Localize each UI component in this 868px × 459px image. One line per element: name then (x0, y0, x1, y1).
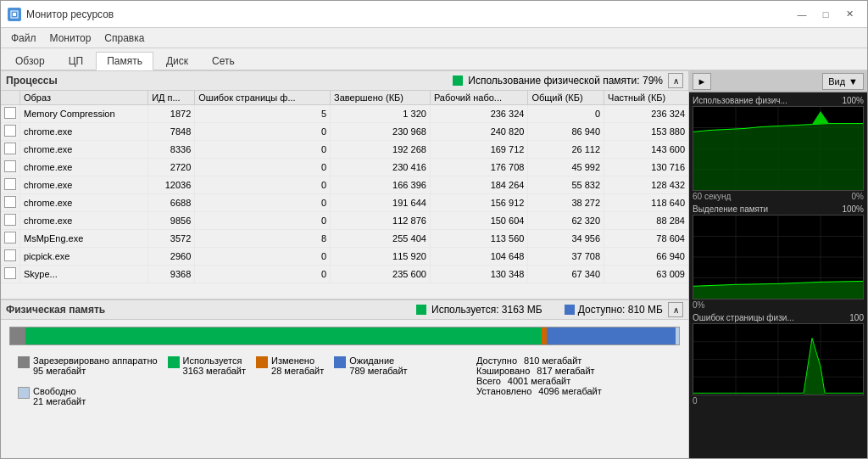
chart1-svg (693, 107, 863, 190)
view-dropdown[interactable]: Вид ▼ (822, 73, 864, 90)
row-faults: 0 (195, 212, 331, 230)
table-row[interactable]: chrome.exe 12036 0 166 396 184 264 55 83… (1, 176, 688, 194)
row-check[interactable] (1, 194, 20, 212)
table-row[interactable]: chrome.exe 7848 0 230 968 240 820 86 940… (1, 123, 688, 141)
row-pid: 9368 (148, 266, 195, 283)
table-row[interactable]: Skype... 9368 0 235 600 130 348 67 340 6… (1, 266, 688, 283)
chart3-title-row: Ошибок страницы физи... 100 (693, 313, 864, 322)
col-private[interactable]: Частный (КБ) (604, 91, 688, 105)
stats-total-value: 4001 мегабайт (508, 376, 570, 386)
row-check[interactable] (1, 105, 20, 123)
chart3-canvas (693, 323, 864, 395)
right-panel-header: ► Вид ▼ (689, 70, 867, 92)
col-commit[interactable]: Завершено (КБ) (331, 91, 431, 105)
menu-monitor[interactable]: Монитор (43, 31, 98, 46)
tab-network[interactable]: Сеть (201, 52, 246, 70)
tab-cpu[interactable]: ЦП (58, 52, 95, 70)
legend-area: Зарезервировано аппаратно 95 мегабайт Ис… (9, 352, 476, 410)
col-image[interactable]: Образ (20, 91, 148, 105)
row-shared: 62 320 (528, 212, 604, 230)
col-faults[interactable]: Ошибок страницы ф... (195, 91, 331, 105)
tab-memory[interactable]: Память (96, 52, 153, 70)
row-commit: 255 404 (331, 230, 431, 248)
bar-standby (547, 327, 676, 344)
row-commit: 1 320 (331, 105, 431, 123)
maximize-button[interactable]: □ (815, 6, 837, 23)
row-commit: 235 600 (331, 266, 431, 283)
physical-collapse-btn[interactable]: ∧ (668, 302, 683, 317)
row-private: 78 604 (604, 230, 688, 248)
row-check[interactable] (1, 159, 20, 176)
table-row[interactable]: chrome.exe 9856 0 112 876 150 604 62 320… (1, 212, 688, 230)
process-table-container[interactable]: Образ ИД п... Ошибок страницы ф... Завер… (1, 91, 688, 299)
chart2-min: 0% (693, 300, 704, 310)
physical-section: Физическая память Используется: 3163 МБ … (1, 299, 688, 458)
col-working[interactable]: Рабочий набо... (430, 91, 528, 105)
legend-sub-used: 3163 мегабайт (183, 366, 246, 376)
row-working: 176 708 (430, 159, 528, 176)
table-row[interactable]: chrome.exe 8336 0 192 268 169 712 26 112… (1, 141, 688, 159)
close-button[interactable]: ✕ (838, 6, 860, 23)
legend-label-reserved: Зарезервировано аппаратно (33, 355, 158, 366)
row-private: 118 640 (604, 194, 688, 212)
row-check[interactable] (1, 248, 20, 266)
row-private: 63 009 (604, 266, 688, 283)
row-shared: 0 (528, 105, 604, 123)
minimize-button[interactable]: — (791, 6, 813, 23)
row-name: MsMpEng.exe (20, 230, 148, 248)
row-commit: 112 876 (331, 212, 431, 230)
row-commit: 230 968 (331, 123, 431, 141)
table-row[interactable]: chrome.exe 6688 0 191 644 156 912 38 272… (1, 194, 688, 212)
stats-cached-value: 817 мегабайт (537, 366, 594, 376)
row-private: 236 324 (604, 105, 688, 123)
menu-file[interactable]: Файл (4, 31, 43, 46)
legend-color-standby (334, 356, 346, 368)
row-name: chrome.exe (20, 123, 148, 141)
row-commit: 192 268 (331, 141, 431, 159)
row-private: 66 940 (604, 248, 688, 266)
chart-section: Использование физич... 100% (689, 92, 867, 458)
row-check[interactable] (1, 266, 20, 283)
table-row[interactable]: picpick.exe 2960 0 115 920 104 648 37 70… (1, 248, 688, 266)
svg-marker-9 (812, 111, 829, 125)
stats-installed-label: Установлено (476, 386, 531, 396)
chart1-min: 0% (852, 192, 864, 201)
process-collapse-btn[interactable]: ∧ (668, 73, 683, 88)
process-status: Использование физической памяти: 79% ∧ (453, 73, 683, 88)
menu-help[interactable]: Справка (97, 31, 151, 46)
right-panel: ► Вид ▼ Использование физич... 100% (689, 70, 867, 458)
chart3-title: Ошибок страницы физи... (693, 313, 794, 322)
physical-header: Физическая память Используется: 3163 МБ … (1, 299, 688, 320)
chart2-canvas (693, 215, 864, 299)
row-working: 113 560 (430, 230, 528, 248)
row-working: 150 604 (430, 212, 528, 230)
col-shared[interactable]: Общий (КБ) (528, 91, 604, 105)
stats-total: Всего 4001 мегабайт (476, 376, 680, 386)
view-label: Вид (828, 76, 845, 87)
physical-status: Используется: 3163 МБ Доступно: 810 МБ ∧ (416, 302, 683, 317)
row-pid: 1872 (148, 105, 195, 123)
right-nav-btn[interactable]: ► (693, 73, 711, 90)
chart2-title-row: Выделение памяти 100% (693, 204, 864, 214)
tab-disk[interactable]: Диск (155, 52, 199, 70)
row-check[interactable] (1, 123, 20, 141)
col-pid[interactable]: ИД п... (148, 91, 195, 105)
chart2-label-row: 0% (693, 300, 864, 310)
table-row[interactable]: MsMpEng.exe 3572 8 255 404 113 560 34 95… (1, 230, 688, 248)
row-faults: 5 (195, 105, 331, 123)
row-check[interactable] (1, 230, 20, 248)
row-name: Skype... (20, 266, 148, 283)
physical-used-text: Используется: 3163 МБ (431, 304, 542, 316)
legend-color-used (168, 356, 180, 368)
row-check[interactable] (1, 212, 20, 230)
row-check[interactable] (1, 141, 20, 159)
table-row[interactable]: Memory Compression 1872 5 1 320 236 324 … (1, 105, 688, 123)
legend-modified: Изменено 28 мегабайт (256, 355, 324, 376)
row-check[interactable] (1, 176, 20, 194)
tab-overview[interactable]: Обзор (4, 52, 56, 70)
stats-total-label: Всего (476, 376, 501, 386)
table-row[interactable]: chrome.exe 2720 0 230 416 176 708 45 992… (1, 159, 688, 176)
tab-bar: Обзор ЦП Память Диск Сеть (1, 48, 867, 70)
process-title: Процессы (6, 75, 58, 87)
row-pid: 3572 (148, 230, 195, 248)
